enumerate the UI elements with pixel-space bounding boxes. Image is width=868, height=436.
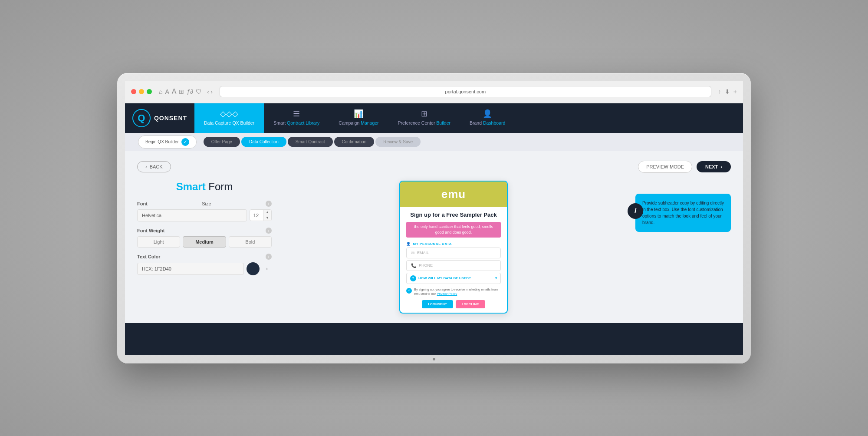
- nav-items: ◇◇◇ Data Capture QX Builder ☰ Smart Qont…: [194, 103, 743, 133]
- color-section-header: Text Color i: [137, 254, 272, 260]
- browser-nav: ‹ ›: [207, 89, 213, 95]
- nav-item-smart-qontract[interactable]: ☰ Smart Qontract Library: [264, 103, 329, 133]
- new-tab-icon[interactable]: +: [733, 88, 737, 95]
- header-actions: PREVIEW MODE NEXT ›: [638, 161, 731, 173]
- forward-nav-icon[interactable]: ›: [211, 89, 213, 95]
- weight-light-button[interactable]: Light: [137, 236, 180, 248]
- size-down-arrow[interactable]: ▼: [263, 215, 271, 221]
- nav-item-campaign-label: Campaign Manager: [339, 120, 378, 126]
- next-label: NEXT: [705, 164, 718, 169]
- hex-value: HEX: 1F2D40: [142, 266, 171, 271]
- wizard-step-review-label: Review & Save: [383, 139, 413, 144]
- emu-consent-button[interactable]: I CONSENT: [422, 300, 453, 308]
- wizard-begin[interactable]: Begin QX Builder ✓: [138, 135, 197, 149]
- phone-placeholder: PHONE: [419, 263, 433, 268]
- weight-label: Font Weight: [137, 228, 164, 233]
- preview-mode-button[interactable]: PREVIEW MODE: [638, 161, 692, 173]
- emu-how-dropdown[interactable]: ? HOW WILL MY DATA BE USED? ▾: [406, 273, 501, 284]
- emu-subtitle[interactable]: the only hand sanitizer that feels good,…: [406, 222, 501, 237]
- smart-form-title: Smart Form: [137, 181, 272, 193]
- traffic-lights: [131, 89, 152, 94]
- font-row: Helvetica 12 ▲ ▼: [137, 209, 272, 221]
- font-large-icon: A: [172, 88, 177, 96]
- emu-card: emu Sign up for a Free Sampler Pack the …: [399, 181, 508, 314]
- content-header: ‹ BACK PREVIEW MODE NEXT ›: [137, 161, 731, 173]
- wizard-step-smart-qontract[interactable]: Smart Qontract: [288, 137, 333, 147]
- emu-email-input[interactable]: ✉ EMAIL: [406, 248, 501, 258]
- wizard-step-confirmation-label: Confirmation: [342, 139, 367, 144]
- home-icon[interactable]: ⌂: [159, 88, 162, 95]
- nav-item-data-capture-label: Data Capture QX Builder: [204, 120, 254, 126]
- wizard-step-data-collection[interactable]: Data Collection: [241, 137, 286, 147]
- font-small-icon: A: [165, 88, 169, 95]
- size-value: 12: [250, 211, 262, 219]
- data-capture-icon: ◇◇◇: [220, 109, 238, 119]
- minimize-button[interactable]: [139, 89, 144, 94]
- address-bar[interactable]: portal.qonsent.com: [220, 86, 711, 97]
- maximize-button[interactable]: [147, 89, 152, 94]
- back-button[interactable]: ‹ BACK: [137, 161, 171, 172]
- how-icon: ?: [410, 275, 416, 281]
- emu-title[interactable]: Sign up for a Free Sampler Pack: [406, 211, 501, 219]
- color-swatch-button[interactable]: [247, 262, 260, 275]
- font-section-header: Font Size i: [137, 201, 272, 207]
- size-label: Size: [202, 201, 211, 206]
- size-control: 12 ▲ ▼: [250, 209, 272, 221]
- smart-form-panel: Smart Form Font Size i Helvetica: [137, 181, 272, 314]
- wizard-step-offer[interactable]: Offer Page: [204, 137, 240, 147]
- weight-bold-label: Bold: [245, 239, 255, 244]
- download-icon[interactable]: ⬇: [725, 88, 730, 95]
- back-nav-icon[interactable]: ‹: [207, 89, 209, 95]
- weight-bold-button[interactable]: Bold: [229, 236, 272, 248]
- main-panel: Smart Form Font Size i Helvetica: [137, 181, 731, 314]
- content-area: ‹ BACK PREVIEW MODE NEXT ›: [125, 151, 743, 323]
- logo-q-letter: Q: [138, 112, 145, 124]
- wizard-begin-label: Begin QX Builder: [145, 139, 179, 144]
- wizard-check-icon: ✓: [181, 138, 189, 146]
- emu-phone-input[interactable]: 📞 PHONE: [406, 260, 501, 271]
- color-arrow-button[interactable]: ›: [262, 264, 272, 274]
- emu-consent-text: ✓ By signing up, you agree to receive ma…: [406, 287, 501, 297]
- font-select[interactable]: Helvetica: [137, 209, 247, 221]
- next-button[interactable]: NEXT ›: [697, 161, 731, 172]
- wizard-bar: Begin QX Builder ✓ Offer Page Data Colle…: [125, 133, 743, 151]
- nav-item-campaign[interactable]: 📊 Campaign Manager: [329, 103, 388, 133]
- color-hex-input[interactable]: HEX: 1F2D40: [137, 263, 244, 275]
- nav-item-preference[interactable]: ⊞ Preference Center Builder: [388, 103, 460, 133]
- color-info-icon[interactable]: i: [266, 254, 272, 260]
- consent-text-content: By signing up, you agree to receive mark…: [414, 287, 501, 297]
- script-icon: ƒ∂: [187, 88, 193, 95]
- wizard-step-confirmation[interactable]: Confirmation: [334, 137, 375, 147]
- top-nav: Q QONSENT ◇◇◇ Data Capture QX Builder ☰ …: [125, 103, 743, 133]
- wizard-step-data-collection-label: Data Collection: [249, 139, 279, 144]
- tooltip-panel: i Provide subheader copy by editing dire…: [635, 181, 731, 314]
- grid-icon[interactable]: ⊞: [179, 88, 184, 95]
- personal-data-text: MY PERSONAL DATA: [413, 242, 452, 246]
- weight-medium-button[interactable]: Medium: [183, 236, 226, 248]
- nav-item-data-capture[interactable]: ◇◇◇ Data Capture QX Builder: [194, 103, 264, 133]
- wizard-step-offer-label: Offer Page: [211, 139, 232, 144]
- emu-decline-button[interactable]: I DECLINE: [456, 300, 485, 308]
- info-badge-icon: i: [628, 203, 643, 219]
- smart-qontract-icon: ☰: [293, 109, 300, 119]
- close-button[interactable]: [131, 89, 136, 94]
- brand-icon: 👤: [483, 109, 492, 119]
- weight-info-icon[interactable]: i: [266, 228, 272, 234]
- text-color-section: Text Color i HEX: 1F2D40 ›: [137, 254, 272, 275]
- weight-medium-label: Medium: [195, 239, 214, 244]
- emu-header: emu: [400, 182, 507, 207]
- how-chevron-icon: ▾: [495, 276, 497, 280]
- share-icon[interactable]: ↑: [718, 88, 721, 95]
- privacy-policy-link[interactable]: Privacy Policy: [437, 292, 457, 296]
- size-up-arrow[interactable]: ▲: [263, 210, 271, 215]
- weight-section-header: Font Weight i: [137, 228, 272, 234]
- email-icon: ✉: [411, 251, 414, 255]
- font-weight-section: Font Weight i Light Medium Bold: [137, 228, 272, 248]
- back-arrow-icon: ‹: [145, 164, 147, 169]
- size-arrows: ▲ ▼: [263, 210, 271, 221]
- app-container: Q QONSENT ◇◇◇ Data Capture QX Builder ☰ …: [125, 103, 743, 355]
- monitor-frame: ⌂ A A ⊞ ƒ∂ 🛡 ‹ › portal.qonsent.com ↑ ⬇ …: [117, 73, 751, 363]
- font-info-icon[interactable]: i: [266, 201, 272, 207]
- smart-form-title-normal: Form: [208, 181, 233, 192]
- nav-item-brand[interactable]: 👤 Brand Dashboard: [460, 103, 515, 133]
